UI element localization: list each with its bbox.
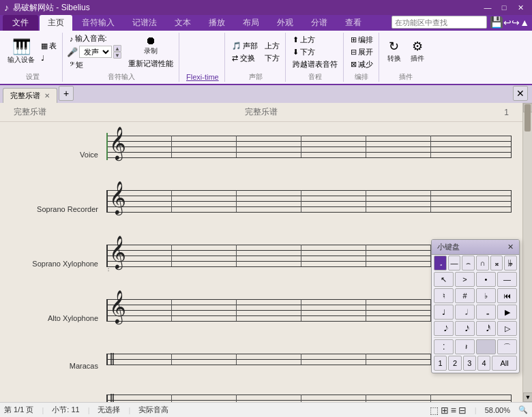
keypad-sharp-btn[interactable]: #	[455, 288, 475, 303]
keypad-next-btn[interactable]: ▶	[497, 305, 517, 320]
maximize-button[interactable]: □	[497, 2, 512, 13]
up-button[interactable]: ▲	[520, 17, 529, 28]
keypad-tie-btn[interactable]: ∩	[476, 256, 489, 271]
keypad-row-6: ⁚ 𝄽 ⌒	[432, 339, 519, 355]
view-icon-1[interactable]: ⬚	[430, 405, 439, 416]
undo-button[interactable]: ↩	[503, 17, 512, 28]
perc-clef-guiro: ‖	[109, 392, 115, 402]
voice-part-button[interactable]: 🎵 声部	[229, 40, 261, 52]
keypad-fwd-btn[interactable]: ▷	[497, 321, 517, 336]
keypad-prev-btn[interactable]: ⏮	[497, 288, 517, 303]
keypad-dflat-btn[interactable]: 𝄫	[504, 256, 517, 271]
keypad-dot2-btn[interactable]: ⁚	[434, 339, 454, 354]
keypad-qrest-btn[interactable]: 𝄽	[455, 339, 475, 354]
keypad-empty1-btn[interactable]	[476, 339, 496, 354]
keypad-close-icon[interactable]: ✕	[507, 243, 514, 251]
keypad-32nd-btn[interactable]: 𝅘𝅥𝅰	[476, 321, 496, 336]
tab-parts[interactable]: 分谱	[303, 15, 336, 31]
retype-button[interactable]: 重新记谱性能	[125, 58, 176, 70]
score-wrapper: 完整乐谱 完整乐谱 1 Voice	[0, 103, 532, 402]
convert-button[interactable]: ↻ 转换	[383, 40, 405, 64]
keypad-staccato-btn[interactable]: •	[476, 272, 496, 287]
record-button[interactable]: ⏺ 录制	[125, 34, 176, 57]
exchange-button[interactable]: ⇄ 交换	[229, 52, 261, 64]
keypad-16th-btn[interactable]: 𝅘𝅥𝅯	[455, 321, 475, 336]
status-page: 第 1/1 页	[4, 405, 33, 415]
menu-file[interactable]: 文件	[3, 15, 38, 31]
keypad-half-btn[interactable]: 𝅗𝅥	[455, 305, 475, 320]
treble-clef-soprano-xylophone: 𝄞	[109, 238, 126, 266]
note2-button[interactable]: 𝄢 矩	[67, 59, 121, 71]
save-button[interactable]: 💾	[490, 16, 503, 29]
search-input[interactable]	[391, 16, 487, 29]
view-icon-2[interactable]: ⊞	[441, 405, 449, 416]
tab-text[interactable]: 文本	[166, 15, 199, 31]
reduce-button[interactable]: ⊠减少	[348, 59, 376, 70]
zoom-button[interactable]: 🔍	[518, 405, 528, 414]
cross-staff-button[interactable]: 跨越谱表音符	[290, 59, 340, 70]
keypad-flat-btn[interactable]: ♭	[476, 288, 496, 303]
close-button[interactable]: ✕	[513, 2, 528, 13]
treble-clef-soprano-recorder: 𝄞	[109, 183, 126, 212]
view-icon-3[interactable]: ≡	[451, 405, 456, 416]
tab-home[interactable]: 主页	[40, 15, 72, 31]
vertical-scrollbar[interactable]: ▲ ▼	[522, 103, 532, 402]
tab-close-icon[interactable]: ✕	[44, 92, 50, 99]
keypad-accent-btn[interactable]: >	[455, 272, 475, 287]
tab-notation[interactable]: 记谱法	[124, 15, 165, 31]
tab-view[interactable]: 查看	[337, 15, 370, 31]
note-button[interactable]: ♩	[38, 53, 59, 63]
voice-label: 声部	[229, 72, 282, 82]
tab-layout[interactable]: 布局	[235, 15, 267, 31]
minimize-button[interactable]: —	[480, 2, 495, 13]
keypad-whole-btn[interactable]: 𝅝	[476, 305, 496, 320]
status-pitch: 实际音高	[138, 405, 168, 415]
tab-add-button[interactable]: +	[59, 86, 74, 101]
tab-appearance[interactable]: 外观	[269, 15, 301, 31]
redo-button[interactable]: ↪	[512, 17, 520, 28]
scroll-thumb[interactable]	[524, 104, 531, 132]
voice-down-button[interactable]: ▼	[113, 52, 121, 59]
input-pitch-button[interactable]: ♪ 输入音高:	[67, 33, 121, 44]
interval-lower-button[interactable]: ⬇下方	[290, 46, 340, 58]
keypad-cursor-btn[interactable]: ↖	[434, 272, 454, 287]
input-device-button[interactable]: 🎹 输入设备	[5, 38, 37, 65]
keypad-note-btn[interactable]: 𝅗	[434, 256, 447, 271]
interval-upper-button[interactable]: ⬆上方	[290, 34, 340, 46]
plugin-button[interactable]: ⚙ 插件	[407, 40, 428, 64]
keypad-num3-btn[interactable]: 3	[463, 356, 476, 371]
expand-button[interactable]: ⊟展开	[348, 46, 376, 58]
staff-music-voice: 𝄞	[106, 130, 512, 163]
view-icon-4[interactable]: ⊟	[458, 405, 467, 416]
lower-button[interactable]: 下方	[262, 52, 282, 64]
keypad-tenuto-btn[interactable]: —	[497, 272, 517, 287]
doc-tab-full-score[interactable]: 完整乐谱 ✕	[3, 88, 57, 103]
keypad-num1-btn[interactable]: 1	[434, 356, 447, 371]
scroll-down-arrow[interactable]: ▼	[523, 392, 532, 402]
keypad-8th-btn[interactable]: 𝅘𝅥𝅮	[434, 321, 454, 336]
arrange-button[interactable]: ⊞编排	[348, 34, 376, 46]
keypad-all-btn[interactable]: All	[492, 356, 517, 371]
keypad-dsharp-btn[interactable]: 𝄪	[490, 256, 503, 271]
upper-button[interactable]: 上方	[262, 40, 282, 52]
tab-play[interactable]: 播放	[201, 15, 233, 31]
keypad-natural-btn[interactable]: ♮	[434, 288, 454, 303]
keypad-quarter-btn[interactable]: ♩	[434, 305, 454, 320]
tab-note-input[interactable]: 音符输入	[74, 15, 123, 31]
flexi-time-button[interactable]: Flexi-time	[183, 72, 222, 82]
record-icon: ⏺	[145, 35, 156, 47]
keypad-row-4: ♩ 𝅗𝅥 𝅝 ▶	[432, 304, 519, 320]
table-button[interactable]: ▦ 表	[38, 40, 59, 52]
voice-select[interactable]: 发声	[79, 46, 112, 58]
keypad-slur-btn[interactable]: ⌢	[462, 256, 475, 271]
app-icon: ♪	[4, 2, 9, 13]
keypad-rest-btn[interactable]: —	[448, 256, 461, 271]
treble-clef-alto-xylophone: 𝄞	[109, 292, 126, 321]
keypad-num4-btn[interactable]: 4	[477, 356, 490, 371]
voice-up-button[interactable]: ▲	[113, 45, 121, 52]
keypad-num2-btn[interactable]: 2	[448, 356, 461, 371]
score-title-center: 完整乐谱	[245, 106, 278, 118]
keypad-row-3: ♮ # ♭ ⏮	[432, 288, 519, 304]
keypad-curve-btn[interactable]: ⌒	[497, 339, 517, 354]
tab-delete-button[interactable]: ✕	[513, 86, 528, 101]
